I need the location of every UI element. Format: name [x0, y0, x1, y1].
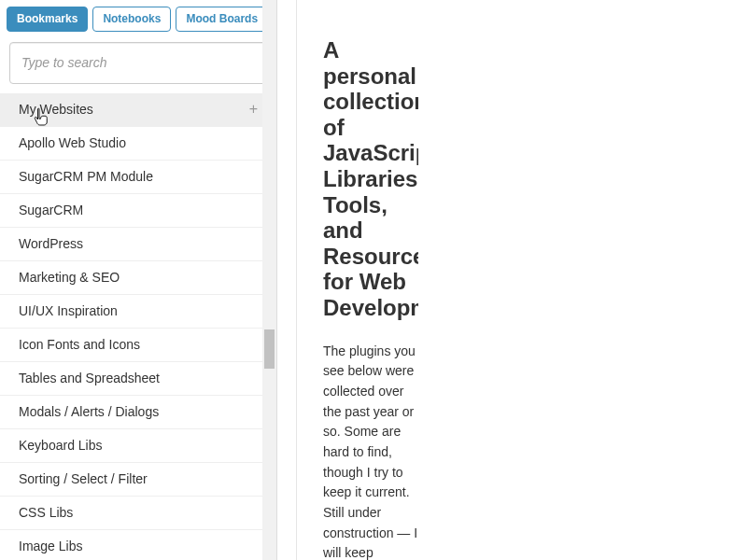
- tab-bookmarks[interactable]: Bookmarks: [7, 7, 88, 32]
- sidebar-item-label: SugarCRM: [19, 203, 83, 217]
- sidebar-item-my-websites[interactable]: My Websites +: [0, 93, 276, 127]
- sidebar-item-label: My Websites: [19, 102, 93, 117]
- scrollbar-track[interactable]: [262, 0, 276, 560]
- sidebar-item[interactable]: Tables and Spreadsheet: [0, 362, 276, 396]
- sidebar-item[interactable]: Apollo Web Studio: [0, 127, 276, 161]
- sidebar-item-label: Tables and Spreadsheet: [19, 371, 160, 385]
- tab-moodboards[interactable]: Mood Boards: [176, 7, 268, 32]
- sidebar-item[interactable]: Keyboard Libs: [0, 429, 276, 463]
- search-container: [0, 38, 276, 93]
- sidebar-item-label: CSS Libs: [19, 505, 73, 520]
- main-content: A personal collection of JavaScript Libr…: [296, 0, 418, 560]
- panel-gap: [277, 0, 296, 560]
- sidebar-item-label: Apollo Web Studio: [19, 135, 126, 150]
- sidebar-item[interactable]: Image Libs: [0, 530, 276, 560]
- tab-row: Bookmarks Notebooks Mood Boards: [0, 0, 276, 38]
- sidebar-item[interactable]: CSS Libs: [0, 497, 276, 530]
- sidebar-item[interactable]: UI/UX Inspiration: [0, 295, 276, 329]
- search-input[interactable]: [9, 42, 267, 84]
- sidebar-item[interactable]: Modals / Alerts / Dialogs: [0, 396, 276, 429]
- sidebar-item[interactable]: SugarCRM PM Module: [0, 161, 276, 194]
- sidebar-item[interactable]: SugarCRM: [0, 194, 276, 228]
- blank-region: [418, 0, 747, 560]
- sidebar-item-label: Modals / Alerts / Dialogs: [19, 404, 159, 419]
- sidebar-list: My Websites + Apollo Web Studio SugarCRM…: [0, 93, 276, 560]
- sidebar-item[interactable]: Marketing & SEO: [0, 261, 276, 295]
- tab-notebooks[interactable]: Notebooks: [92, 7, 171, 32]
- sidebar-item-label: Image Libs: [19, 539, 82, 553]
- sidebar-item-label: Marketing & SEO: [19, 270, 120, 285]
- sidebar-item-label: WordPress: [19, 236, 83, 251]
- sidebar-item-label: UI/UX Inspiration: [19, 303, 118, 318]
- sidebar-item-label: Sorting / Select / Filter: [19, 471, 148, 486]
- sidebar-item-label: Icon Fonts and Icons: [19, 337, 140, 352]
- sidebar-item[interactable]: Sorting / Select / Filter: [0, 463, 276, 497]
- page-title: A personal collection of JavaScript Libr…: [323, 37, 418, 321]
- page-body: The plugins you see below were collected…: [323, 342, 418, 560]
- sidebar-item-label: Keyboard Libs: [19, 438, 103, 453]
- plus-icon[interactable]: +: [249, 101, 258, 118]
- sidebar-item[interactable]: Icon Fonts and Icons: [0, 329, 276, 362]
- sidebar-item[interactable]: WordPress: [0, 228, 276, 261]
- scrollbar-thumb[interactable]: [264, 329, 275, 369]
- sidebar: Bookmarks Notebooks Mood Boards My Websi…: [0, 0, 277, 560]
- sidebar-item-label: SugarCRM PM Module: [19, 169, 153, 184]
